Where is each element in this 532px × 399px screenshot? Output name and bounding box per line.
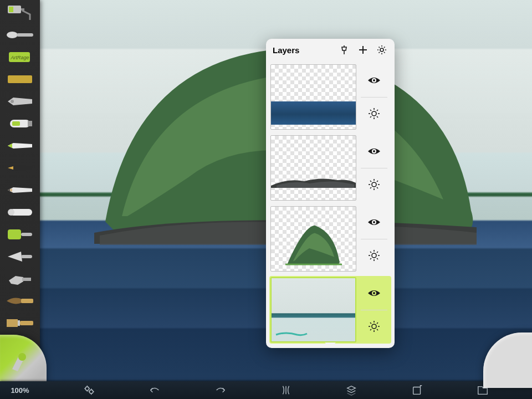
svg-rect-7 <box>8 75 32 83</box>
gear-icon <box>367 248 381 263</box>
svg-point-9 <box>11 100 14 103</box>
svg-point-29 <box>373 79 375 81</box>
layers-button[interactable] <box>340 382 362 398</box>
tool-flat-brush[interactable] <box>3 313 37 334</box>
tool-oil-brush[interactable] <box>3 24 37 45</box>
pin-panel-button[interactable] <box>336 42 352 58</box>
svg-point-40 <box>372 324 376 329</box>
layer-row-background[interactable] <box>269 276 391 344</box>
layer-thumb <box>270 206 356 272</box>
svg-point-3 <box>7 32 18 38</box>
svg-rect-11 <box>12 121 20 126</box>
svg-rect-19 <box>21 299 33 303</box>
svg-point-30 <box>372 111 376 116</box>
svg-text:ArtRage: ArtRage <box>10 55 29 60</box>
layer-thumb <box>270 277 356 342</box>
layer-controls <box>361 64 387 130</box>
svg-point-32 <box>373 150 375 152</box>
svg-rect-21 <box>18 320 20 326</box>
svg-rect-18 <box>22 278 31 281</box>
svg-rect-4 <box>17 33 33 37</box>
layers-panel-title: Layers <box>273 45 334 55</box>
gear-icon <box>367 319 381 334</box>
layer-controls <box>361 277 387 342</box>
color-picker-corner[interactable] <box>0 335 47 385</box>
svg-point-33 <box>372 182 376 187</box>
svg-rect-34 <box>285 264 342 265</box>
layer-settings-button[interactable] <box>361 168 387 201</box>
gear-icon <box>367 177 381 192</box>
layer-visibility-toggle[interactable] <box>361 135 387 168</box>
eye-icon <box>367 73 381 88</box>
svg-rect-20 <box>7 319 18 327</box>
layer-row-rocks[interactable] <box>270 135 390 201</box>
add-layer-button[interactable] <box>355 42 371 58</box>
tool-sidebar: ArtRage <box>0 0 40 381</box>
tool-roller[interactable] <box>3 224 37 245</box>
eye-icon <box>367 215 381 229</box>
eye-icon <box>367 286 381 300</box>
layer-thumb <box>270 64 356 130</box>
reference-button[interactable] <box>406 382 428 398</box>
settings-button[interactable] <box>78 382 100 398</box>
layer-settings-button[interactable] <box>361 98 387 130</box>
tool-paint-roller[interactable] <box>3 2 37 23</box>
svg-point-24 <box>85 387 89 390</box>
tool-spray-gun[interactable] <box>3 268 37 289</box>
undo-button[interactable] <box>144 382 166 398</box>
bottom-bar: 100% <box>0 381 532 399</box>
layers-panel: Layers <box>266 39 395 348</box>
svg-rect-17 <box>21 255 32 258</box>
layer-visibility-toggle[interactable] <box>361 64 387 97</box>
tool-airbrush[interactable] <box>3 91 37 112</box>
svg-point-36 <box>373 221 375 223</box>
layer-settings-button[interactable] <box>361 310 387 343</box>
svg-point-25 <box>90 390 93 393</box>
svg-point-39 <box>373 292 375 294</box>
redo-button[interactable] <box>209 382 232 398</box>
tool-felt-pen[interactable] <box>3 135 37 156</box>
layer-row-island[interactable] <box>270 206 390 272</box>
tool-pencil[interactable] <box>3 180 37 201</box>
layers-panel-header: Layers <box>266 39 395 61</box>
svg-point-14 <box>8 209 14 216</box>
tool-ink-pen[interactable] <box>3 157 37 178</box>
tool-palette-knife[interactable] <box>3 246 37 267</box>
layer-options-button[interactable] <box>374 42 390 58</box>
svg-rect-26 <box>413 387 420 395</box>
svg-rect-22 <box>20 321 33 325</box>
layer-thumb <box>270 135 356 201</box>
layer-visibility-toggle[interactable] <box>361 206 387 239</box>
svg-rect-12 <box>28 121 32 126</box>
tool-wax-crayon[interactable] <box>3 202 37 223</box>
zoom-level[interactable]: 100% <box>0 386 40 395</box>
tool-settings-button[interactable] <box>275 382 297 398</box>
tool-eraser[interactable]: ArtRage <box>3 47 37 68</box>
eye-icon <box>367 144 381 158</box>
svg-rect-16 <box>21 233 32 236</box>
tool-paint-tube[interactable] <box>3 113 37 134</box>
tool-watercolor-brush[interactable] <box>3 290 37 311</box>
layer-settings-button[interactable] <box>361 239 387 272</box>
layer-controls <box>361 206 387 272</box>
layer-controls <box>361 135 387 201</box>
svg-point-27 <box>380 48 383 52</box>
svg-rect-2 <box>9 7 13 12</box>
svg-point-23 <box>18 353 26 361</box>
layer-visibility-toggle[interactable] <box>361 277 387 310</box>
gear-icon <box>367 106 381 121</box>
svg-point-37 <box>372 253 376 258</box>
tool-glitter-tube[interactable] <box>3 69 37 90</box>
svg-rect-15 <box>8 229 21 239</box>
layer-row-water[interactable] <box>270 64 390 130</box>
